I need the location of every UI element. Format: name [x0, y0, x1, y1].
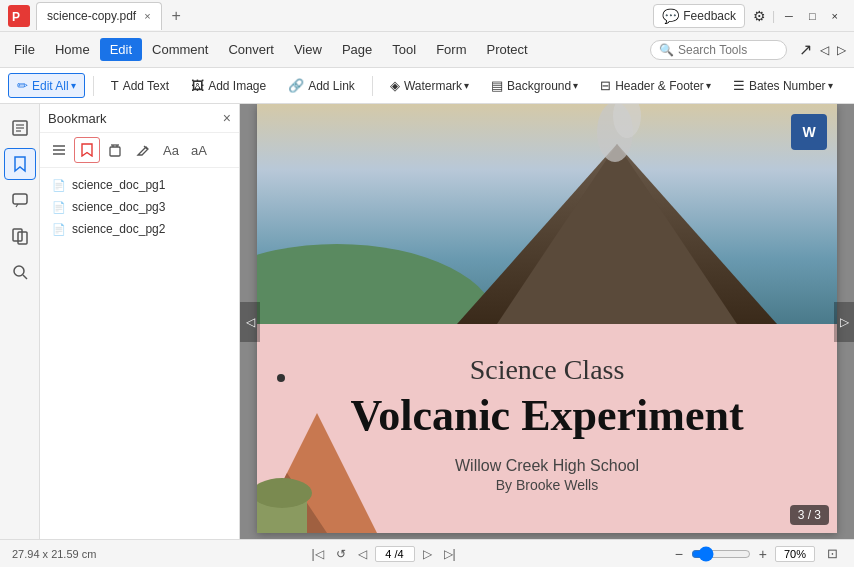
add-link-button[interactable]: 🔗 Add Link: [279, 73, 364, 98]
add-text-button[interactable]: T Add Text: [102, 73, 178, 98]
bookmark-header: Bookmark ×: [40, 104, 239, 133]
menu-item-form[interactable]: Form: [426, 38, 476, 61]
edit-all-button[interactable]: ✏ Edit All ▾: [8, 73, 85, 98]
sidebar-icon-pages2[interactable]: [4, 220, 36, 252]
pdf-page: W Science Class Volcanic Experiment Will…: [257, 104, 837, 533]
background-label: Background: [507, 79, 571, 93]
settings-icon[interactable]: ⚙: [749, 8, 770, 24]
pdf-content: W Science Class Volcanic Experiment Will…: [240, 104, 854, 539]
menu-bar: File Home Edit Comment Convert View Page…: [0, 32, 854, 68]
bookmark-item[interactable]: 📄 science_doc_pg1: [40, 174, 239, 196]
add-link-label: Add Link: [308, 79, 355, 93]
last-page-button[interactable]: ▷|: [440, 545, 460, 563]
sidebar-icon-search[interactable]: [4, 256, 36, 288]
search-box[interactable]: 🔍: [650, 40, 787, 60]
separator: |: [770, 9, 777, 23]
bookmark-delete-button[interactable]: [102, 137, 128, 163]
edit-all-label: Edit All: [32, 79, 69, 93]
bookmark-text-button[interactable]: aA: [186, 137, 212, 163]
menu-item-protect[interactable]: Protect: [476, 38, 537, 61]
header-footer-button[interactable]: ⊟ Header & Footer ▾: [591, 73, 720, 98]
bookmark-rename-button[interactable]: [130, 137, 156, 163]
menu-item-tool[interactable]: Tool: [382, 38, 426, 61]
bates-label: Bates Number: [749, 79, 826, 93]
sidebar-icon-bookmarks[interactable]: [4, 148, 36, 180]
minimize-button[interactable]: ─: [777, 10, 801, 22]
menu-item-comment[interactable]: Comment: [142, 38, 218, 61]
feedback-icon: 💬: [662, 8, 679, 24]
bookmark-add-button[interactable]: [74, 137, 100, 163]
pdf-tab[interactable]: science-copy.pdf ×: [36, 2, 162, 30]
zoom-in-button[interactable]: +: [755, 544, 771, 564]
menu-item-home[interactable]: Home: [45, 38, 100, 61]
close-button[interactable]: ×: [824, 10, 846, 22]
tab-close-button[interactable]: ×: [144, 10, 150, 22]
watermark-button[interactable]: ◈ Watermark ▾: [381, 73, 478, 98]
feedback-button[interactable]: 💬 Feedback: [653, 4, 745, 28]
bookmark-close-button[interactable]: ×: [223, 110, 231, 126]
header-footer-icon: ⊟: [600, 78, 611, 93]
back-button[interactable]: ◁: [816, 43, 833, 57]
sidebar-icon-comments[interactable]: [4, 184, 36, 216]
svg-text:P: P: [12, 10, 20, 24]
menu-item-edit[interactable]: Edit: [100, 38, 142, 61]
add-text-icon: T: [111, 78, 119, 93]
bookmark-item[interactable]: 📄 science_doc_pg3: [40, 196, 239, 218]
bates-number-button[interactable]: ☰ Bates Number ▾: [724, 73, 842, 98]
bookmark-item[interactable]: 📄 science_doc_pg2: [40, 218, 239, 240]
menu-item-page[interactable]: Page: [332, 38, 382, 61]
title-bar: P science-copy.pdf × + 💬 Feedback ⚙ | ─ …: [0, 0, 854, 32]
add-tab-button[interactable]: +: [166, 7, 187, 25]
sidebar-icon-pages[interactable]: [4, 112, 36, 144]
add-image-button[interactable]: 🖼 Add Image: [182, 73, 275, 98]
toolbar: ✏ Edit All ▾ T Add Text 🖼 Add Image 🔗 Ad…: [0, 68, 854, 104]
bookmark-menu-button[interactable]: [46, 137, 72, 163]
first-page-button[interactable]: |◁: [307, 545, 327, 563]
maximize-button[interactable]: □: [801, 10, 824, 22]
bookmark-up-button[interactable]: Aa: [158, 137, 184, 163]
icon-sidebar: [0, 104, 40, 539]
svg-rect-14: [110, 147, 120, 156]
zoom-slider[interactable]: [691, 546, 751, 562]
zoom-input[interactable]: [775, 546, 815, 562]
word-icon: W: [791, 114, 827, 150]
header-footer-label: Header & Footer: [615, 79, 704, 93]
panel-collapse-button[interactable]: ◁: [240, 302, 260, 342]
page-badge: 3 / 3: [790, 505, 829, 525]
background-dropdown-icon: ▾: [573, 80, 578, 91]
edit-all-dropdown-icon: ▾: [71, 80, 76, 91]
bookmark-toolbar: Aa aA: [40, 133, 239, 168]
bookmark-item-icon: 📄: [52, 223, 66, 236]
panel-expand-button[interactable]: ▷: [834, 302, 854, 342]
add-text-label: Add Text: [123, 79, 169, 93]
bookmark-item-label: science_doc_pg1: [72, 178, 165, 192]
feedback-label: Feedback: [683, 9, 736, 23]
menu-item-convert[interactable]: Convert: [218, 38, 284, 61]
fullscreen-button[interactable]: ⊡: [823, 544, 842, 563]
search-icon: 🔍: [659, 43, 674, 57]
next-page-button[interactable]: ▷: [419, 545, 436, 563]
watermark-icon: ◈: [390, 78, 400, 93]
toolbar-divider-2: [372, 76, 373, 96]
zoom-out-button[interactable]: −: [671, 544, 687, 564]
watermark-dropdown-icon: ▾: [464, 80, 469, 91]
page-input[interactable]: [375, 546, 415, 562]
status-bar: 27.94 x 21.59 cm |◁ ↺ ◁ ▷ ▷| − + ⊡: [0, 539, 854, 567]
share-button[interactable]: ↗: [795, 40, 816, 59]
menu-item-file[interactable]: File: [4, 38, 45, 61]
menu-item-view[interactable]: View: [284, 38, 332, 61]
rotate-button[interactable]: ↺: [332, 545, 350, 563]
app-icon: P: [8, 5, 30, 27]
background-button[interactable]: ▤ Background ▾: [482, 73, 587, 98]
prev-page-button[interactable]: ◁: [354, 545, 371, 563]
search-input[interactable]: [678, 43, 778, 57]
bates-icon: ☰: [733, 78, 745, 93]
zoom-controls: − +: [671, 544, 815, 564]
forward-button[interactable]: ▷: [833, 43, 850, 57]
main-content: Bookmark × Aa aA 📄 science_doc_pg1: [0, 104, 854, 539]
svg-line-10: [23, 275, 27, 279]
bookmark-title: Bookmark: [48, 111, 107, 126]
bookmark-list: 📄 science_doc_pg1 📄 science_doc_pg3 📄 sc…: [40, 168, 239, 539]
bookmark-item-icon: 📄: [52, 179, 66, 192]
toolbar-divider-1: [93, 76, 94, 96]
